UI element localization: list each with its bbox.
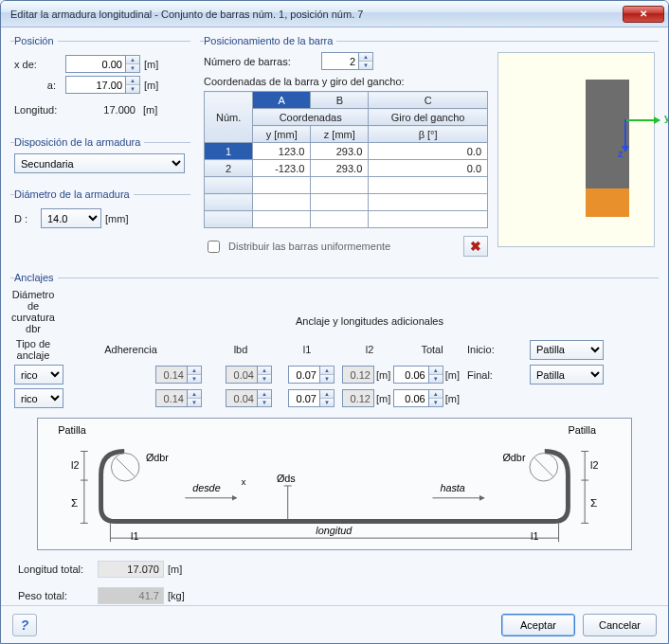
distrib-label: Distribuir las barras uniformemente <box>228 241 390 252</box>
close-button[interactable]: ✕ <box>623 6 664 23</box>
diametro-group: Diámetro de la armadura D : 14.0 [mm] <box>10 188 190 237</box>
l2-inicio-spinner[interactable]: ▲▼ <box>320 366 334 384</box>
hdr-anc-long: Anclaje y longitudes adicionales <box>280 315 460 327</box>
table-row[interactable]: 2 -123.0 293.0 0.0 <box>205 160 488 177</box>
diag-l2-left: l2 <box>71 459 79 471</box>
dbr-final-input[interactable] <box>393 389 429 407</box>
delete-button[interactable]: ✖ <box>463 236 488 257</box>
total-inicio-input <box>342 366 374 384</box>
dbr-final-unit: [m] <box>445 393 460 404</box>
diag-patilla-left: Patilla <box>58 424 86 436</box>
diametro-legend: Diámetro de la armadura <box>14 188 134 200</box>
l1-inicio-spinner[interactable]: ▲▼ <box>258 366 272 384</box>
row-inicio-label: Inicio: <box>467 344 522 355</box>
th-B[interactable]: B <box>311 92 369 109</box>
diag-odbr-left: Ødbr <box>146 452 169 463</box>
cancel-button[interactable]: Cancelar <box>583 614 657 636</box>
longitud-unit: [m] <box>143 104 164 116</box>
l2-inicio-input[interactable] <box>288 366 320 384</box>
distrib-checkbox[interactable] <box>208 241 220 253</box>
longitud-total-value: 17.070 <box>98 561 164 578</box>
cell-y[interactable]: 123.0 <box>253 143 311 160</box>
adh-final-select[interactable]: rico <box>14 388 63 408</box>
num-barras-input[interactable] <box>321 52 359 70</box>
longitud-total-unit: [m] <box>168 564 189 575</box>
table-row-empty <box>205 194 488 211</box>
svg-line-0 <box>116 457 135 476</box>
lbd-inicio-input <box>155 366 188 384</box>
x-de-label: x de: <box>14 59 62 70</box>
th-C[interactable]: C <box>369 92 488 109</box>
diametro-select[interactable]: 14.0 <box>41 208 101 228</box>
table-row[interactable]: 1 123.0 293.0 0.0 <box>205 143 488 160</box>
preview-section-gray <box>586 80 629 188</box>
cell-beta[interactable]: 0.0 <box>369 160 488 177</box>
distrib-check-label[interactable]: Distribuir las barras uniformemente <box>204 238 390 256</box>
dbr-inicio-spinner[interactable]: ▲▼ <box>429 366 443 384</box>
svg-line-1 <box>534 457 553 476</box>
cell-y[interactable]: -123.0 <box>253 160 311 177</box>
peso-total-label: Peso total: <box>18 590 94 601</box>
disposicion-select[interactable]: Secundaria <box>14 153 185 173</box>
x-de-spinner[interactable]: ▲▼ <box>126 55 140 73</box>
axis-z-icon <box>624 119 626 152</box>
dbr-final-spinner[interactable]: ▲▼ <box>429 389 443 407</box>
th-num: Núm. <box>205 92 253 143</box>
a-input[interactable] <box>65 76 126 94</box>
th-giro: Giro del gancho <box>369 109 488 126</box>
preview-section-orange <box>586 188 629 217</box>
l1-final-input <box>226 389 258 407</box>
hdr-tipo: Tipo de anclaje <box>14 338 52 361</box>
diag-odbr-right: Ødbr <box>502 452 525 463</box>
lbd-inicio-spinner[interactable]: ▲▼ <box>188 366 202 384</box>
lbd-final-input <box>155 389 188 407</box>
lbd-final-spinner[interactable]: ▲▼ <box>188 389 202 407</box>
coord-label: Coordenadas de la barra y giro del ganch… <box>204 76 488 87</box>
th-coord: Coordenadas <box>253 109 369 126</box>
diag-rebar-shape <box>101 452 569 522</box>
diag-hasta: hasta <box>440 482 465 493</box>
table-row-empty <box>205 177 488 194</box>
tipo-inicio-select[interactable]: Patilla <box>530 340 604 360</box>
th-A[interactable]: A <box>253 92 311 109</box>
tipo-final-select[interactable]: Patilla <box>530 365 604 385</box>
hdr-adh: Adherencia <box>60 344 202 355</box>
l2-final-spinner[interactable]: ▲▼ <box>320 389 334 407</box>
x-de-input[interactable] <box>65 55 126 73</box>
l1-final-spinner[interactable]: ▲▼ <box>258 389 272 407</box>
row-idx[interactable]: 1 <box>205 143 253 160</box>
hdr-l2: l2 <box>342 344 397 355</box>
coord-table[interactable]: Núm. A B C Coordenadas Giro del gancho <box>204 91 488 228</box>
th-z: z [mm] <box>311 126 369 143</box>
posicion-group: Posición x de: ▲▼ [m] a: ▲▼ <box>10 35 190 127</box>
dbr-inicio-unit: [m] <box>445 369 460 381</box>
footer: ? Aceptar Cancelar <box>1 605 668 643</box>
a-spinner[interactable]: ▲▼ <box>126 76 140 94</box>
accept-button[interactable]: Aceptar <box>501 614 575 636</box>
dbr-inicio-input[interactable] <box>393 366 429 384</box>
close-icon: ✕ <box>640 9 647 19</box>
l2-final-input[interactable] <box>288 389 320 407</box>
longitud-value: 17.000 <box>65 101 139 118</box>
cell-z[interactable]: 293.0 <box>311 160 369 177</box>
titlebar: Editar la armadura longitudinal - Conjun… <box>1 1 668 27</box>
diag-longitud: longitud <box>316 525 353 536</box>
hdr-l1: l1 <box>280 344 334 355</box>
diag-patilla-right: Patilla <box>568 424 596 436</box>
th-y: y [mm] <box>253 126 311 143</box>
num-barras-spinner[interactable]: ▲▼ <box>359 52 373 70</box>
diag-sigma-left: Σ <box>71 496 78 510</box>
l1-inicio-input <box>226 366 258 384</box>
cell-z[interactable]: 293.0 <box>311 143 369 160</box>
axis-z-label: z <box>618 148 624 159</box>
row-idx[interactable]: 2 <box>205 160 253 177</box>
delete-icon: ✖ <box>470 239 481 254</box>
help-button[interactable]: ? <box>12 614 37 636</box>
anclajes-legend: Anclajes <box>14 272 58 283</box>
table-row-empty <box>205 211 488 228</box>
cell-beta[interactable]: 0.0 <box>369 143 488 160</box>
diametro-label: D : <box>14 213 37 224</box>
adh-inicio-select[interactable]: rico <box>14 365 63 385</box>
anclajes-group: Anclajes Anclaje y longitudes adicionale… <box>10 272 659 613</box>
longitud-total-label: Longitud total: <box>18 564 94 575</box>
